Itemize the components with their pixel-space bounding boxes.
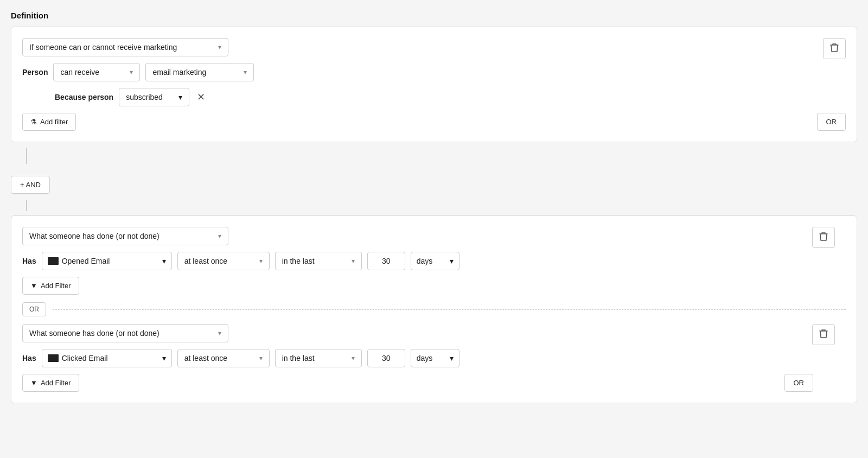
subscribed-chevron: ▾ [178,93,182,101]
section3-add-filter-label: Add Filter [41,379,71,387]
section2-inner: What someone has done (or not done) ▾ Ha… [22,227,846,295]
section1-delete-button[interactable] [823,38,846,59]
condition-dropdown-chevron: ▾ [218,43,221,51]
section2-add-filter-label: Add Filter [41,282,71,290]
section3-delete-button[interactable] [812,324,835,345]
email-flag-icon [48,257,59,265]
email-marketing-chevron: ▾ [244,68,247,76]
person-row: Person can receive ▾ email marketing ▾ [22,63,846,81]
clicked-email-label: Clicked Email [62,354,159,362]
filter-icon-2: ▼ [30,282,37,290]
or-dashed-line [53,309,846,310]
or-separator: OR [22,302,846,316]
opened-email-dropdown[interactable]: Opened Email ▾ [42,252,172,270]
section3-bottom-row: ▼ Add Filter OR [22,374,813,392]
filter-icon-3: ▼ [30,379,37,387]
section3-condition-row: What someone has done (or not done) ▾ [22,324,813,342]
at-least-once-dropdown-2[interactable]: at least once ▾ [177,349,270,367]
email-marketing-label: email marketing [152,68,206,77]
clicked-email-dropdown[interactable]: Clicked Email ▾ [42,349,172,367]
add-filter-label: Add filter [40,118,68,126]
section3-inner: What someone has done (or not done) ▾ Ha… [22,324,846,392]
days-dropdown-1[interactable]: days ▾ [411,252,459,270]
section1-card: If someone can or cannot receive marketi… [11,27,857,142]
because-row: Because person subscribed ▾ ✕ [55,88,846,106]
remove-subscribed-button[interactable]: ✕ [195,92,207,102]
section3-or-button[interactable]: OR [784,374,814,392]
days-chevron-1: ▾ [450,257,454,265]
page-title: Definition [11,11,857,20]
email-flag-icon-2 [48,354,59,362]
and-button-label: + AND [20,181,41,189]
filter-icon: ⚗ [30,118,37,126]
section3-has-label: Has [22,354,36,362]
in-the-last-dropdown-2[interactable]: in the last ▾ [275,349,362,367]
in-the-last-label-2: in the last [282,354,315,362]
in-the-last-chevron-1: ▾ [352,257,355,265]
email-marketing-dropdown[interactable]: email marketing ▾ [145,63,254,81]
section1-or-button[interactable]: OR [817,113,846,131]
section2-has-label: Has [22,257,36,265]
condition-dropdown[interactable]: If someone can or cannot receive marketi… [22,38,228,56]
section2-add-filter-button[interactable]: ▼ Add Filter [22,277,79,295]
section2-delete-button[interactable] [812,227,835,248]
sections-2-3-card: What someone has done (or not done) ▾ Ha… [11,215,857,403]
subscribed-label: subscribed [126,93,163,101]
at-least-once-chevron-1: ▾ [259,257,263,265]
can-receive-dropdown[interactable]: can receive ▾ [53,63,140,81]
section3-number-input[interactable] [367,349,405,367]
section2-condition-label: What someone has done (or not done) [29,232,159,240]
in-the-last-dropdown-1[interactable]: in the last ▾ [275,252,362,270]
section2-number-input[interactable] [367,252,405,270]
section2-condition-dropdown[interactable]: What someone has done (or not done) ▾ [22,227,228,245]
section3-condition-chevron: ▾ [218,329,221,337]
section3-condition-dropdown[interactable]: What someone has done (or not done) ▾ [22,324,228,342]
at-least-once-label-2: at least once [184,354,227,362]
in-the-last-label-1: in the last [282,257,315,265]
opened-email-chevron: ▾ [162,257,166,265]
condition-dropdown-label: If someone can or cannot receive marketi… [29,43,177,52]
section2-condition-chevron: ▾ [218,232,221,240]
subscribed-dropdown[interactable]: subscribed ▾ [119,88,189,106]
and-button[interactable]: + AND [11,176,50,194]
because-person-label: Because person [55,93,113,101]
days-dropdown-2[interactable]: days ▾ [411,349,459,367]
opened-email-label: Opened Email [62,257,159,265]
section2-condition-row: What someone has done (or not done) ▾ [22,227,813,245]
section2-add-filter-row: ▼ Add Filter [22,277,813,295]
days-label-1: days [417,257,446,265]
clicked-email-chevron: ▾ [162,354,166,362]
section1-add-filter-button[interactable]: ⚗ Add filter [22,113,76,131]
condition-row: If someone can or cannot receive marketi… [22,38,846,56]
in-the-last-chevron-2: ▾ [352,354,355,362]
can-receive-label: can receive [60,68,99,77]
at-least-once-dropdown-1[interactable]: at least once ▾ [177,252,270,270]
can-receive-chevron: ▾ [130,68,133,76]
days-label-2: days [417,354,446,362]
or-separator-label: OR [22,302,46,316]
section3-condition-label: What someone has done (or not done) [29,329,159,338]
section2-has-row: Has Opened Email ▾ at least once ▾ in th… [22,252,813,270]
section3-add-filter-button[interactable]: ▼ Add Filter [22,374,79,392]
days-chevron-2: ▾ [450,354,454,362]
at-least-once-chevron-2: ▾ [259,354,263,362]
person-label: Person [22,68,48,77]
section3-has-row: Has Clicked Email ▾ at least once ▾ in t… [22,349,813,367]
at-least-once-label-1: at least once [184,257,227,265]
